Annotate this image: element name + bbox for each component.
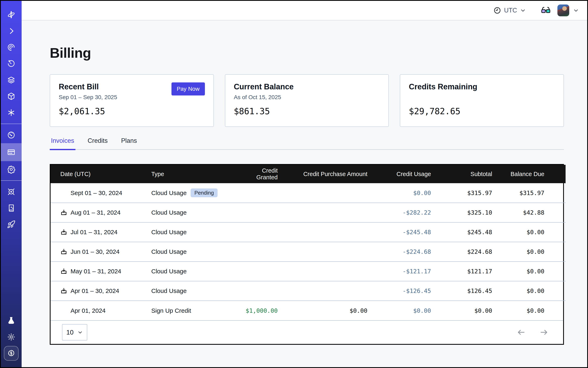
current-balance-card: Current Balance As of Oct 15, 2025 $861.… [225, 74, 389, 127]
spiral-icon [7, 43, 16, 52]
sidebar-item-history-timer[interactable] [1, 55, 22, 72]
credit-usage: $0.00 [367, 301, 431, 320]
sidebar-item-gear[interactable] [1, 161, 22, 177]
table-row: May 01 – 31, 2024Cloud Usage-$121.17$121… [51, 261, 566, 281]
sidebar-item-book-sparkle[interactable] [1, 200, 22, 216]
logo-icon [7, 10, 16, 19]
glasses-icon[interactable] [541, 5, 551, 16]
clock-icon [493, 7, 501, 14]
credit-purchase-amount: $0.00 [278, 301, 367, 320]
download-invoice-button[interactable] [60, 287, 67, 294]
table-row: Jun 01 – 30, 2024Cloud Usage-$224.68$224… [51, 242, 566, 261]
gauge-icon [7, 131, 16, 139]
chevron-right-icon [7, 27, 16, 35]
sidebar-item-layers[interactable] [1, 72, 22, 88]
tab-plans[interactable]: Plans [120, 137, 138, 150]
credit-usage: -$126.45 [367, 281, 431, 301]
invoice-type: Sign Up Credit [151, 307, 191, 314]
column-header-credit-purchase-amount: Credit Purchase Amount [278, 165, 367, 183]
download-invoice-button[interactable] [60, 268, 67, 275]
sun-icon [7, 333, 16, 341]
credit-granted: $1,000.00 [240, 301, 278, 320]
credit-granted [240, 203, 278, 222]
balance-due: $0.00 [492, 242, 566, 261]
balance-due: $42.88 [492, 203, 566, 222]
column-header-credit-usage: Credit Usage [367, 165, 431, 183]
chevron-down-icon [520, 7, 526, 13]
invoice-date: Jul 01 – 31, 2024 [71, 229, 118, 236]
subtotal: $325.10 [431, 203, 492, 222]
pay-now-button[interactable]: Pay Now [172, 83, 205, 95]
next-page-button[interactable] [540, 328, 548, 337]
sidebar-item-asterisk[interactable] [1, 104, 22, 121]
invoice-date: Jun 01 – 30, 2024 [71, 248, 119, 255]
credit-usage: $0.00 [367, 183, 431, 203]
card-title: Current Balance [234, 83, 380, 91]
avatar[interactable] [557, 4, 569, 16]
table-body: Sept 01 – 30, 2024Cloud UsagePending$0.0… [51, 183, 566, 320]
page-size-select[interactable]: 10 [62, 324, 87, 340]
download-invoice-button[interactable] [60, 248, 67, 255]
recent-bill-card: Recent Bill Sep 01 – Sep 30, 2025 $2,061… [50, 74, 214, 127]
sidebar-item-spiral[interactable] [1, 39, 22, 55]
sidebar-item-flask[interactable] [1, 313, 22, 329]
subtotal: $315.97 [431, 183, 492, 203]
sidebar-item-sun[interactable] [1, 329, 22, 345]
timezone-selector[interactable]: UTC [493, 7, 526, 14]
table-row: Aug 01 – 31, 2024Cloud Usage-$282.22$325… [51, 203, 566, 222]
card-subtitle: As of Oct 15, 2025 [234, 94, 380, 101]
balance-due: $0.00 [492, 281, 566, 301]
credit-usage: -$121.17 [367, 261, 431, 281]
sidebar-item-rocket[interactable] [1, 216, 22, 232]
tab-invoices[interactable]: Invoices [50, 137, 75, 150]
sidebar-item-dollar-badge[interactable] [1, 345, 22, 361]
invoices-table: Date (UTC)TypeCredit GrantedCredit Purch… [51, 165, 566, 320]
download-invoice-button[interactable] [60, 209, 67, 216]
status-badge: Pending [191, 188, 217, 197]
recent-bill-amount: $2,061.35 [59, 106, 205, 116]
pagination-bar: 10 [51, 320, 563, 344]
credit-granted [240, 261, 278, 281]
credits-remaining-card: Credits Remaining $29,782.65 [400, 74, 564, 127]
table-row: Sept 01 – 30, 2024Cloud UsagePending$0.0… [51, 183, 566, 203]
credit-purchase-amount [278, 281, 367, 301]
sidebar-item-gauge[interactable] [1, 127, 22, 143]
sidebar-divider [1, 124, 22, 124]
invoice-date: Apr 01, 2024 [71, 307, 106, 314]
credit-granted [240, 281, 278, 301]
balance-due: $0.00 [492, 261, 566, 281]
column-header-date-utc-: Date (UTC) [51, 165, 151, 183]
summary-cards: Recent Bill Sep 01 – Sep 30, 2025 $2,061… [50, 74, 564, 127]
page-size-value: 10 [66, 329, 74, 336]
tab-credits[interactable]: Credits [86, 137, 109, 150]
previous-page-button[interactable] [517, 328, 526, 337]
credit-purchase-amount [278, 222, 367, 242]
dollar-badge-icon [7, 349, 15, 357]
sidebar-item-billing-card[interactable] [1, 143, 22, 161]
sidebar-item-helm[interactable] [1, 184, 22, 200]
chevron-down-icon[interactable] [573, 7, 579, 13]
pager-arrows [517, 328, 548, 337]
layers-icon [7, 76, 16, 84]
credit-granted [240, 183, 278, 203]
sidebar-item-cube[interactable] [1, 88, 22, 104]
invoice-type: Cloud Usage [151, 209, 187, 216]
balance-due: $0.00 [492, 301, 566, 320]
card-subtitle [409, 94, 555, 101]
credit-usage: -$245.48 [367, 222, 431, 242]
flask-icon [7, 316, 16, 325]
column-header-subtotal: Subtotal [431, 165, 492, 183]
credit-granted [240, 242, 278, 261]
table-header-row: Date (UTC)TypeCredit GrantedCredit Purch… [51, 165, 566, 183]
invoice-type: Cloud Usage [151, 248, 187, 255]
sidebar-item-chevron-right[interactable] [1, 23, 22, 39]
subtotal: $0.00 [431, 301, 492, 320]
invoice-type: Cloud Usage [151, 287, 187, 294]
invoice-date: May 01 – 31, 2024 [71, 268, 121, 275]
download-invoice-button[interactable] [60, 229, 67, 236]
gear-icon [7, 165, 16, 174]
credit-purchase-amount [278, 261, 367, 281]
balance-due: $315.97 [492, 183, 566, 203]
sidebar-item-logo[interactable] [1, 7, 22, 23]
table-row: Apr 01 – 30, 2024Cloud Usage-$126.45$126… [51, 281, 566, 301]
